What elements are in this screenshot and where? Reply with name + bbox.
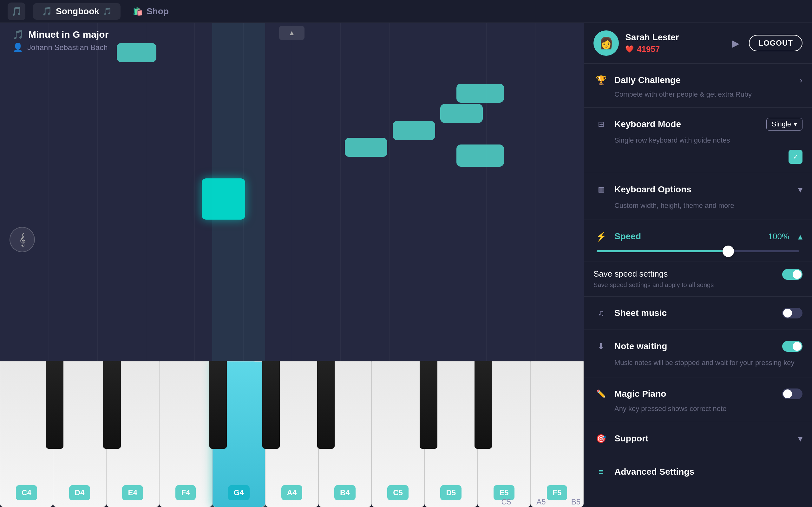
support-icon: 🎯 <box>594 431 609 446</box>
save-speed-section: Save speed settings Save speed settings … <box>584 262 812 297</box>
sheet-music-row: ♫ Sheet music <box>594 305 803 321</box>
note-waiting-row: ⬇ Note waiting <box>594 339 803 354</box>
speed-icon: ⚡ <box>594 229 609 244</box>
keyboard-mode-dropdown[interactable]: Single ▾ <box>766 118 803 130</box>
keyboard-options-chevron[interactable]: ▾ <box>798 184 803 195</box>
black-key-cs4[interactable] <box>46 361 63 449</box>
vert-line-7 <box>340 23 341 361</box>
keyboard-options-title: Keyboard Options <box>614 184 792 194</box>
save-speed-toggle[interactable] <box>782 269 803 280</box>
treble-clef-button[interactable]: 𝄞 <box>9 227 35 252</box>
black-key-ds5[interactable] <box>474 361 492 449</box>
black-key-fs4[interactable] <box>209 361 227 449</box>
app-logo[interactable]: 🎵 <box>8 3 26 20</box>
note-block-4 <box>440 104 483 123</box>
keyboard-mode-check: ✓ <box>789 150 803 164</box>
daily-challenge-description: Compete with other people & get extra Ru… <box>594 90 803 99</box>
main-area: 🎵 Minuet in G major 👤 Johann Sebastian B… <box>0 23 812 507</box>
scroll-up-button[interactable]: ▲ <box>279 26 305 40</box>
daily-challenge-chevron[interactable]: › <box>800 75 803 85</box>
sheet-music-icon: ♫ <box>594 305 609 321</box>
magic-piano-toggle-thumb <box>783 389 792 398</box>
note-block-6 <box>456 145 504 167</box>
speed-slider-container <box>594 250 803 252</box>
vert-line-1 <box>49 23 49 361</box>
key-label-f4: F4 <box>175 485 196 500</box>
speed-title: Speed <box>614 231 763 241</box>
nav-tab-shop[interactable]: 🛍️ Shop <box>124 3 177 20</box>
right-panel: 👩 Sarah Lester ❤️ 41957 ▶ LOGOUT 🏆 Daily… <box>583 23 812 507</box>
black-key-ds4[interactable] <box>103 361 120 449</box>
user-name: Sarah Lester <box>625 32 726 43</box>
vert-line-2 <box>97 23 98 361</box>
support-chevron[interactable]: ▾ <box>798 434 803 444</box>
key-label-a4: A4 <box>281 485 303 500</box>
black-key-cs5[interactable] <box>420 361 437 449</box>
speed-chevron[interactable]: ▴ <box>798 231 803 242</box>
save-speed-toggle-thumb <box>793 270 802 279</box>
advanced-settings-icon: ≡ <box>594 464 609 480</box>
sheet-music-toggle[interactable] <box>782 308 803 319</box>
note-waiting-section: ⬇ Note waiting Music notes will be stopp… <box>584 330 812 377</box>
avatar-emoji: 👩 <box>599 37 613 50</box>
note-block-2 <box>345 138 387 157</box>
black-key-as4[interactable] <box>317 361 335 449</box>
logo-icon: 🎵 <box>11 6 22 16</box>
note-block-active <box>202 178 245 220</box>
song-music-icon: 🎵 <box>13 30 24 40</box>
song-info: 🎵 Minuet in G major 👤 Johann Sebastian B… <box>13 29 108 52</box>
vert-line-4 <box>194 23 195 361</box>
sheet-music-title: Sheet music <box>614 308 776 318</box>
user-score-value: 41957 <box>637 44 660 54</box>
song-title-row: 🎵 Minuet in G major <box>13 29 108 40</box>
keyboard-options-section: ▥ Keyboard Options ▾ Custom width, heigh… <box>584 173 812 220</box>
songbook-label: Songbook <box>56 6 99 16</box>
white-key-f4[interactable]: F4 <box>159 361 212 507</box>
speed-slider-thumb[interactable] <box>722 245 734 257</box>
song-author-row: 👤 Johann Sebastian Bach <box>13 43 108 52</box>
keyboard-mode-row: ⊞ Keyboard Mode Single ▾ <box>594 117 803 132</box>
support-section: 🎯 Support ▾ <box>584 422 812 455</box>
note-block-5 <box>456 83 504 103</box>
magic-piano-icon: ✏️ <box>594 386 609 401</box>
save-speed-description: Save speed settings and apply to all son… <box>594 281 782 289</box>
nav-tab-songbook[interactable]: 🎵 Songbook 🎵 <box>33 3 120 20</box>
speed-slider-track[interactable] <box>597 250 799 252</box>
white-key-c4[interactable]: C4 <box>0 361 53 507</box>
logout-button[interactable]: LOGOUT <box>749 35 803 51</box>
ruby-icon: ❤️ <box>625 45 634 53</box>
shop-icon: 🛍️ <box>133 6 143 16</box>
keyboard-mode-chevron-down: ▾ <box>794 120 797 128</box>
vert-line-6 <box>292 23 292 361</box>
songbook-icon: 🎵 <box>42 6 52 16</box>
support-row: 🎯 Support ▾ <box>594 431 803 446</box>
daily-challenge-title: Daily Challenge <box>614 75 794 85</box>
white-key-c5[interactable]: C5 <box>371 361 424 507</box>
note-waiting-title: Note waiting <box>614 341 776 351</box>
song-author: Johann Sebastian Bach <box>27 43 108 52</box>
note-waiting-toggle[interactable] <box>782 341 803 352</box>
treble-clef-icon: 𝄞 <box>19 233 26 246</box>
advanced-settings-section: ≡ Advanced Settings <box>584 455 812 488</box>
keyboard-mode-title: Keyboard Mode <box>614 119 761 129</box>
keyboard-options-description: Custom width, height, theme and more <box>594 200 803 211</box>
magic-piano-description: Any key pressed shows correct note <box>594 405 803 413</box>
white-key-f5[interactable]: F5 <box>531 361 583 507</box>
magic-piano-toggle[interactable] <box>782 389 803 399</box>
black-key-gs4[interactable] <box>262 361 280 449</box>
sheet-music-toggle-thumb <box>783 308 792 318</box>
key-label-e4: E4 <box>122 485 143 500</box>
user-info: Sarah Lester ❤️ 41957 <box>625 32 726 54</box>
advanced-settings-title: Advanced Settings <box>614 467 803 477</box>
daily-challenge-row: 🏆 Daily Challenge › <box>594 72 803 88</box>
vert-line-3 <box>146 23 146 361</box>
speed-section: ⚡ Speed 100% ▴ <box>584 220 812 262</box>
key-label-b4: B4 <box>334 485 356 500</box>
magic-piano-title: Magic Piano <box>614 389 776 399</box>
top-navigation: 🎵 🎵 Songbook 🎵 🛍️ Shop <box>0 0 812 23</box>
key-label-d4: D4 <box>69 485 90 500</box>
keyboard-mode-value: Single <box>772 120 791 128</box>
white-keys: C4 D4 E4 F4 G4 A4 <box>0 361 583 507</box>
play-button[interactable]: ▶ <box>732 38 740 49</box>
vert-line-11 <box>535 23 536 361</box>
